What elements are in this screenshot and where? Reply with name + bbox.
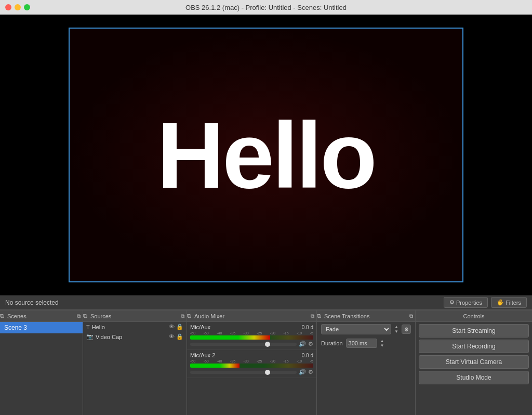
audio-channel-1-db: 0.0 d xyxy=(302,325,313,330)
transitions-panel-header: ⧉ Scene Transitions ⧉ xyxy=(317,310,415,322)
audio-meter-2 xyxy=(190,364,313,368)
start-streaming-button[interactable]: Start Streaming xyxy=(419,324,529,338)
scenes-expand-left-icon[interactable]: ⧉ xyxy=(0,313,4,319)
scenes-panel: ⧉ Scenes ⧉ Scene 3 xyxy=(0,310,83,415)
source-videocap-name: Video Cap xyxy=(96,334,167,340)
audio-labels-2: -60-50-40-35-30-25-20-15-10-5 xyxy=(190,359,313,363)
source-text-icon: T xyxy=(86,324,90,330)
transition-up-arrow[interactable]: ▲ xyxy=(394,325,398,329)
preview-hello-text: Hello xyxy=(157,101,375,209)
audio-expand-right-icon[interactable]: ⧉ xyxy=(311,313,314,319)
scenes-panel-header: ⧉ Scenes ⧉ xyxy=(0,310,83,322)
audio-channel-1: Mic/Aux 0.0 d -60-50-40-35-30-25-20-15-1… xyxy=(187,322,316,350)
sources-panel: ⧉ Sources ⧉ T Hello 👁 🔒 📷 Video Cap 👁 🔒 xyxy=(83,310,187,415)
audio-channel-2-db: 0.0 d xyxy=(302,353,313,358)
traffic-lights xyxy=(5,4,30,10)
audio-channel-2-header: Mic/Aux 2 0.0 d xyxy=(190,352,313,358)
audio-volume-slider-2[interactable] xyxy=(190,371,297,374)
audio-channels: Mic/Aux 0.0 d -60-50-40-35-30-25-20-15-1… xyxy=(187,322,316,415)
controls-content: Start Streaming Start Recording Start Vi… xyxy=(416,322,532,415)
window-title: OBS 26.1.2 (mac) - Profile: Untitled - S… xyxy=(185,4,347,11)
controls-header-label: Controls xyxy=(463,313,485,319)
controls-panel: Controls Start Streaming Start Recording… xyxy=(416,310,532,415)
transitions-expand-left-icon[interactable]: ⧉ xyxy=(317,313,321,319)
audio-channel-2: Mic/Aux 2 0.0 d -60-50-40-35-30-25-20-15… xyxy=(187,350,316,378)
source-item[interactable]: T Hello 👁 🔒 xyxy=(83,322,187,332)
minimize-button[interactable] xyxy=(15,4,21,10)
audio-meter-1 xyxy=(190,335,313,340)
source-item[interactable]: 📷 Video Cap 👁 🔒 xyxy=(83,332,187,342)
preview-area: Hello xyxy=(0,15,532,295)
transition-arrows: ▲ ▼ xyxy=(394,325,398,334)
bottom-panels: ⧉ Scenes ⧉ Scene 3 ⧉ Sources ⧉ T Hello 👁… xyxy=(0,310,532,415)
audio-mute-icon-2[interactable]: 🔊 xyxy=(299,369,306,375)
tab-properties[interactable]: ⚙ Properties xyxy=(444,297,488,308)
transition-type-row: Fade Cut Swipe ▲ ▼ ⚙ xyxy=(317,322,415,336)
sources-panel-header: ⧉ Sources ⧉ xyxy=(83,310,187,322)
audio-settings-icon-1[interactable]: ⚙ xyxy=(308,341,313,347)
properties-gear-icon: ⚙ xyxy=(449,299,455,306)
properties-tab-label: Properties xyxy=(456,300,482,306)
controls-panel-header: Controls xyxy=(416,310,532,322)
source-cam-icon: 📷 xyxy=(86,333,94,340)
audio-slider-thumb-1 xyxy=(265,342,270,347)
sources-expand-left-icon[interactable]: ⧉ xyxy=(83,313,87,319)
source-lock-icon[interactable]: 🔒 xyxy=(176,333,183,340)
transitions-expand-right-icon[interactable]: ⧉ xyxy=(409,313,413,319)
audio-mixer-header-label: Audio Mixer xyxy=(194,313,224,319)
start-recording-button[interactable]: Start Recording xyxy=(419,340,529,353)
audio-mute-icon-1[interactable]: 🔊 xyxy=(299,341,306,347)
source-videocap-controls: 👁 🔒 xyxy=(169,333,183,340)
transitions-content: Fade Cut Swipe ▲ ▼ ⚙ Duration ▲ ▼ xyxy=(317,322,415,415)
scenes-expand-right-icon[interactable]: ⧉ xyxy=(77,313,81,319)
audio-channel-1-name: Mic/Aux xyxy=(190,324,210,330)
sources-expand-right-icon[interactable]: ⧉ xyxy=(181,313,184,319)
audio-channel-1-header: Mic/Aux 0.0 d xyxy=(190,324,313,330)
audio-controls-1: 🔊 ⚙ xyxy=(190,341,313,347)
source-lock-icon[interactable]: 🔒 xyxy=(176,323,183,330)
start-virtual-camera-button[interactable]: Start Virtual Camera xyxy=(419,355,529,369)
audio-controls-2: 🔊 ⚙ xyxy=(190,369,313,375)
duration-down-arrow[interactable]: ▼ xyxy=(380,344,384,348)
audio-volume-slider-1[interactable] xyxy=(190,343,297,346)
scenes-header-label: Scenes xyxy=(7,313,26,319)
audio-meter-2-level xyxy=(190,364,240,368)
audio-mixer-panel-header: ⧉ Audio Mixer ⧉ xyxy=(187,310,316,322)
scene-transitions-panel: ⧉ Scene Transitions ⧉ Fade Cut Swipe ▲ ▼… xyxy=(317,310,416,415)
source-hello-controls: 👁 🔒 xyxy=(169,323,183,330)
duration-input[interactable] xyxy=(346,339,377,348)
audio-labels: -60-50-40-35-30-25-20-15-10-5 xyxy=(190,331,313,335)
audio-channel-2-name: Mic/Aux 2 xyxy=(190,352,215,358)
studio-mode-button[interactable]: Studio Mode xyxy=(419,371,529,384)
close-button[interactable] xyxy=(5,4,11,10)
maximize-button[interactable] xyxy=(24,4,30,10)
transition-settings-button[interactable]: ⚙ xyxy=(402,325,411,334)
tab-filters[interactable]: 🖐 Filters xyxy=(491,297,527,308)
source-hello-name: Hello xyxy=(92,324,167,330)
audio-meter-1-level xyxy=(190,335,270,340)
audio-slider-thumb-2 xyxy=(265,370,270,375)
preview-canvas: Hello xyxy=(69,28,463,282)
filters-icon: 🖐 xyxy=(497,299,504,306)
no-source-bar: No source selected ⚙ Properties 🖐 Filter… xyxy=(0,295,532,310)
duration-up-arrow[interactable]: ▲ xyxy=(380,339,384,343)
audio-expand-left-icon[interactable]: ⧉ xyxy=(187,313,191,319)
sources-header-label: Sources xyxy=(90,313,111,319)
transition-down-arrow[interactable]: ▼ xyxy=(394,330,398,334)
no-source-text: No source selected xyxy=(5,299,59,306)
duration-label: Duration xyxy=(321,340,343,346)
audio-settings-icon-2[interactable]: ⚙ xyxy=(308,369,313,375)
source-eye-icon[interactable]: 👁 xyxy=(169,323,175,330)
source-eye-icon[interactable]: 👁 xyxy=(169,333,175,340)
scene-item[interactable]: Scene 3 xyxy=(0,322,83,333)
filters-tab-label: Filters xyxy=(506,300,521,306)
transitions-header-label: Scene Transitions xyxy=(324,313,369,319)
scene-label: Scene 3 xyxy=(4,324,27,331)
transition-type-select[interactable]: Fade Cut Swipe xyxy=(321,324,391,334)
scenes-list: Scene 3 xyxy=(0,322,83,415)
duration-arrows: ▲ ▼ xyxy=(380,339,384,348)
title-bar: OBS 26.1.2 (mac) - Profile: Untitled - S… xyxy=(0,0,532,15)
transition-duration-row: Duration ▲ ▼ xyxy=(317,336,415,350)
sources-list: T Hello 👁 🔒 📷 Video Cap 👁 🔒 xyxy=(83,322,187,415)
audio-mixer-panel: ⧉ Audio Mixer ⧉ Mic/Aux 0.0 d -60-50-40-… xyxy=(187,310,317,415)
